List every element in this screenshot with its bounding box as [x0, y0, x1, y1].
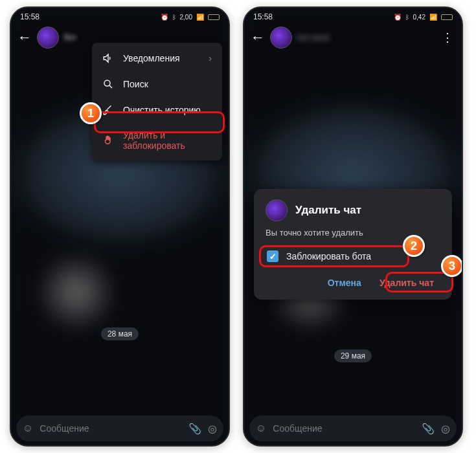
menu-clear-history[interactable]: Очистить историю — [92, 97, 222, 123]
message-input[interactable]: Сообщение — [40, 423, 182, 434]
hand-stop-icon — [102, 135, 114, 146]
battery-icon — [208, 14, 220, 20]
message-composer: ☺ Сообщение 📎 ◎ — [249, 415, 457, 441]
phone-left: 15:58 ⏰ ᛒ 2,00 📶 ← бот Уведомления › Пои… — [10, 6, 230, 447]
status-time: 15:58 — [20, 12, 40, 21]
avatar[interactable] — [37, 27, 59, 49]
emoji-icon[interactable]: ☺ — [23, 423, 33, 434]
delete-chat-button[interactable]: Удалить чат — [373, 272, 440, 293]
bluetooth-icon: ᛒ — [405, 14, 409, 21]
menu-label: Поиск — [123, 79, 148, 89]
phone-right: 15:58 ⏰ ᛒ 0,42 📶 ← bot name ⋮ Удалить ча… — [243, 6, 463, 447]
context-menu: Уведомления › Поиск Очистить историю Уда… — [92, 43, 222, 160]
date-chip: 28 мая — [101, 327, 139, 340]
back-button[interactable]: ← — [251, 29, 265, 46]
dialog-title: Удалить чат — [295, 204, 361, 217]
alarm-icon: ⏰ — [161, 14, 168, 21]
signal-icon: 📶 — [429, 14, 437, 21]
signal-icon: 📶 — [196, 14, 204, 21]
more-menu-button[interactable]: ⋮ — [442, 30, 455, 45]
net-speed: 0,42 — [413, 14, 425, 21]
attach-icon[interactable]: 📎 — [422, 423, 435, 435]
dialog-avatar — [266, 199, 288, 221]
mic-icon[interactable]: ◎ — [208, 423, 217, 435]
date-chip: 29 мая — [334, 349, 372, 362]
message-composer: ☺ Сообщение 📎 ◎ — [16, 415, 223, 441]
menu-delete-block[interactable]: Удалить и заблокировать — [92, 123, 222, 158]
checkbox-label: Заблокировать бота — [286, 251, 371, 261]
menu-search[interactable]: Поиск — [92, 71, 222, 97]
emoji-icon[interactable]: ☺ — [256, 423, 266, 434]
battery-icon — [441, 14, 453, 20]
bluetooth-icon: ᛒ — [172, 14, 176, 21]
menu-label: Уведомления — [123, 53, 180, 63]
speaker-icon — [102, 52, 114, 64]
chevron-right-icon: › — [209, 53, 212, 63]
chat-title[interactable]: бот — [64, 33, 76, 42]
svg-point-0 — [104, 80, 110, 86]
avatar[interactable] — [270, 27, 292, 49]
chat-header: ← bot name ⋮ — [244, 23, 462, 52]
message-input[interactable]: Сообщение — [273, 423, 415, 434]
mic-icon[interactable]: ◎ — [441, 423, 450, 435]
status-icons: ⏰ ᛒ 2,00 📶 — [161, 14, 220, 21]
menu-label: Удалить и заблокировать — [123, 130, 212, 151]
status-bar: 15:58 ⏰ ᛒ 0,42 📶 — [244, 8, 462, 23]
status-time: 15:58 — [253, 12, 273, 21]
alarm-icon: ⏰ — [394, 14, 402, 21]
attach-icon[interactable]: 📎 — [188, 423, 201, 435]
status-icons: ⏰ ᛒ 0,42 📶 — [394, 14, 453, 21]
net-speed: 2,00 — [180, 14, 192, 21]
back-button[interactable]: ← — [17, 29, 32, 46]
checkbox-icon[interactable]: ✓ — [267, 250, 278, 262]
step-badge-3: 3 — [441, 255, 463, 277]
menu-label: Очистить историю — [123, 105, 201, 115]
broom-icon — [102, 104, 114, 116]
menu-notifications[interactable]: Уведомления › — [92, 45, 222, 71]
cancel-button[interactable]: Отмена — [321, 272, 368, 293]
chat-title[interactable]: bot name — [297, 33, 330, 42]
step-badge-1: 1 — [80, 102, 102, 124]
status-bar: 15:58 ⏰ ᛒ 2,00 📶 — [11, 8, 229, 23]
search-icon — [102, 78, 114, 90]
step-badge-2: 2 — [403, 235, 425, 257]
